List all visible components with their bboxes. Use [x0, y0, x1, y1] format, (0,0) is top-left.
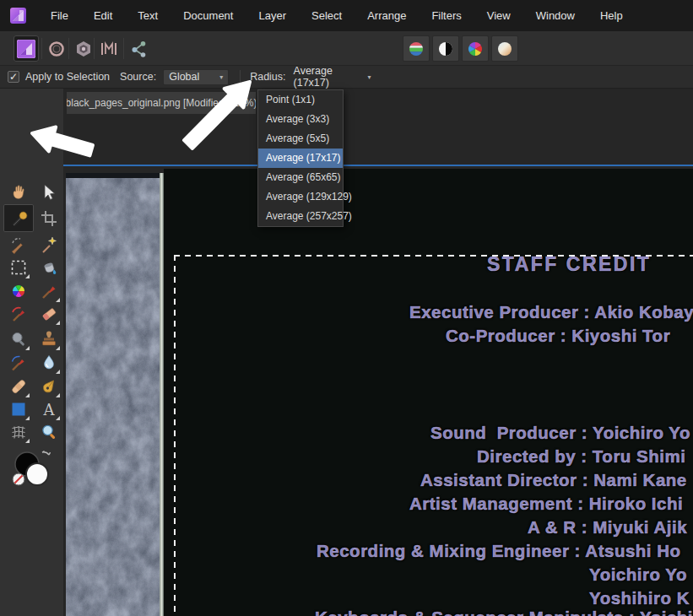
menu-file[interactable]: File: [38, 0, 81, 31]
dodge-brush-tool[interactable]: [8, 328, 30, 350]
view-top-guide: [63, 165, 693, 166]
pen-tool[interactable]: [38, 376, 60, 397]
marquee-tool[interactable]: [8, 257, 30, 278]
selection-brush-icon: [9, 235, 28, 254]
menu-view[interactable]: View: [474, 0, 523, 31]
selection-marching-ants-top: [174, 255, 693, 257]
magnifier-icon: [40, 423, 58, 441]
document-tab[interactable]: black_pages_original.png [Modified] (25%…: [67, 92, 256, 114]
subtool-indicator: [56, 393, 60, 397]
affinity-photo-window: FileEditTextDocumentLayerSelectArrangeFi…: [0, 0, 693, 616]
svg-text:A: A: [43, 401, 56, 419]
radius-option-average-257x257-[interactable]: Average (257x257): [258, 207, 343, 226]
radius-value: Average (17x17): [294, 65, 368, 89]
menu-document[interactable]: Document: [171, 0, 246, 31]
auto-colours-button[interactable]: [462, 35, 489, 62]
tone-mapping-persona-icon: [100, 40, 118, 58]
subtool-indicator: [25, 393, 30, 397]
zoom-tool[interactable]: [38, 421, 60, 443]
photo-persona-button[interactable]: [14, 35, 39, 62]
erase-brush-tool[interactable]: [38, 303, 60, 325]
radius-option-average-65x65-[interactable]: Average (65x65): [258, 168, 343, 187]
radius-option-average-129x129-[interactable]: Average (129x129): [258, 187, 343, 207]
radius-option-average-17x17-[interactable]: Average (17x17): [258, 149, 343, 168]
rectangle-tool[interactable]: [8, 398, 30, 420]
document-tab-title: black_pages_original.png [Modified] (25%…: [67, 97, 256, 109]
scanned-image: STAFF CREDITExecutive Producer : Akio Ko…: [66, 169, 693, 616]
radius-dropdown[interactable]: Average (17x17) ▾: [294, 65, 371, 89]
color-wheel-brush-icon: [9, 282, 28, 300]
credit-line: Sound Producer : Yoichiro Yo: [430, 423, 690, 443]
subtool-indicator: [25, 439, 30, 443]
menu-filters[interactable]: Filters: [419, 0, 474, 31]
menu-select[interactable]: Select: [299, 0, 355, 31]
menu-text[interactable]: Text: [125, 0, 171, 31]
radius-label: Radius:: [250, 71, 285, 83]
auto-white-balance-button[interactable]: [491, 35, 518, 62]
menu-arrange[interactable]: Arrange: [355, 0, 419, 31]
color-replacement-brush-tool[interactable]: [8, 280, 30, 302]
subtool-indicator: [56, 346, 60, 350]
source-dropdown[interactable]: Global ▾: [163, 69, 229, 85]
undo-brush-tool[interactable]: [8, 352, 30, 374]
move-tool[interactable]: [38, 181, 60, 203]
chevron-down-icon: ▾: [368, 73, 371, 81]
auto-colours-icon: [467, 41, 484, 57]
credit-line: Recording & Mixing Engineer : Atsushi Ho: [317, 541, 681, 561]
menu-window[interactable]: Window: [523, 0, 587, 31]
credit-line: A & R : Miyuki Ajik: [528, 517, 687, 538]
auto-contrast-icon: [437, 41, 454, 57]
source-value: Global: [169, 71, 199, 83]
color-picker-tool[interactable]: [9, 208, 31, 230]
develop-persona-button[interactable]: [71, 35, 96, 62]
credit-title: STAFF CREDIT: [487, 253, 651, 276]
credit-line: Artist Management : Hiroko Ichi: [409, 494, 683, 514]
menu-edit[interactable]: Edit: [81, 0, 125, 31]
tone-mapping-persona-button[interactable]: [96, 35, 122, 62]
text-tool[interactable]: A: [38, 398, 60, 420]
hand-icon: [9, 183, 28, 202]
auto-contrast-button[interactable]: [432, 35, 459, 62]
flood-select-tool[interactable]: [38, 234, 60, 256]
auto-white-balance-icon: [496, 41, 513, 57]
clone-brush-tool[interactable]: [38, 328, 60, 350]
paint-brush-tool[interactable]: [38, 280, 60, 302]
subtool-indicator: [56, 321, 60, 325]
radius-option-average-3x3-[interactable]: Average (3x3): [258, 110, 343, 129]
subtool-indicator: [25, 274, 30, 278]
toolbar-separator: [41, 38, 42, 59]
auto-levels-icon: [408, 41, 425, 57]
smudge-brush-tool[interactable]: [8, 303, 30, 325]
crop-icon: [40, 209, 58, 228]
menu-help[interactable]: Help: [587, 0, 636, 31]
app-logo-icon: [10, 8, 26, 24]
export-persona-button[interactable]: [127, 35, 152, 62]
credit-line: Executive Producer : Akio Kobay: [409, 302, 693, 322]
crop-tool[interactable]: [38, 208, 60, 230]
apply-to-selection-label: Apply to Selection: [25, 71, 110, 83]
subtool-indicator: [25, 416, 30, 420]
flood-fill-tool[interactable]: [38, 257, 60, 278]
document-view: black_pages_original.png [Modified] (25%…: [63, 89, 693, 616]
menu-items: FileEditTextDocumentLayerSelectArrangeFi…: [38, 0, 636, 31]
view-tool[interactable]: [8, 181, 30, 203]
selection-brush-tool[interactable]: [8, 234, 30, 256]
menu-bar: FileEditTextDocumentLayerSelectArrangeFi…: [0, 0, 693, 31]
healing-brush-tool[interactable]: [8, 376, 30, 397]
tools-panel: A: [0, 89, 63, 616]
radius-option-point-1x1-[interactable]: Point (1x1): [258, 90, 343, 110]
radius-option-average-5x5-[interactable]: Average (5x5): [258, 129, 343, 149]
credit-line: Yoichiro Yo: [589, 565, 687, 585]
context-separator: [240, 70, 241, 84]
chevron-down-icon: ▾: [219, 73, 223, 81]
booklet-spine-texture: [66, 173, 160, 616]
liquify-persona-icon: [47, 40, 66, 58]
photo-persona-icon: [17, 40, 35, 58]
mesh-warp-tool[interactable]: [8, 421, 30, 443]
menu-layer[interactable]: Layer: [246, 0, 299, 31]
radius-dropdown-menu: Point (1x1)Average (3x3)Average (5x5)Ave…: [257, 89, 344, 227]
auto-levels-button[interactable]: [403, 35, 430, 62]
liquify-persona-button[interactable]: [44, 35, 69, 62]
blur-brush-tool[interactable]: [38, 352, 60, 374]
apply-to-selection-checkbox[interactable]: ✓: [8, 71, 19, 83]
